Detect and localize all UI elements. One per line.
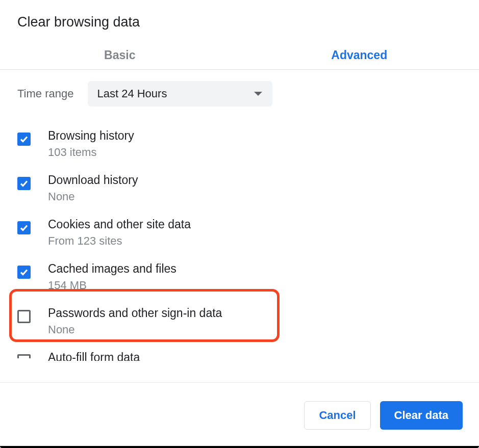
option-download-history: Download history None [17,166,462,210]
checkbox-browsing-history[interactable] [17,133,31,146]
checkbox-autofill[interactable] [17,354,31,358]
option-title: Cookies and other site data [48,218,191,231]
checkbox-cookies[interactable] [17,221,31,234]
option-title: Cached images and files [48,262,177,276]
tab-basic[interactable]: Basic [0,42,240,69]
time-range-select[interactable]: Last 24 Hours [88,81,272,107]
option-subtitle: None [48,190,138,203]
option-title: Download history [48,173,138,187]
dialog-footer: Cancel Clear data [0,382,479,448]
option-text: Download history None [48,173,138,203]
tab-advanced[interactable]: Advanced [240,42,480,69]
checkmark-icon [19,223,29,232]
time-range-row: Time range Last 24 Hours [0,70,479,107]
option-subtitle: From 123 sites [48,234,191,248]
option-title: Passwords and other sign-in data [48,306,222,320]
option-title: Auto-fill form data [48,351,140,361]
time-range-value: Last 24 Hours [97,87,167,100]
clear-data-button[interactable]: Clear data [380,401,463,430]
checkmark-icon [19,135,29,144]
tabs: Basic Advanced [0,42,479,70]
option-text: Cached images and files 154 MB [48,262,177,292]
option-text: Cookies and other site data From 123 sit… [48,218,191,248]
option-autofill: Auto-fill form data [17,344,462,361]
option-subtitle: 103 items [48,146,134,159]
bottom-shadow [0,446,479,448]
checkbox-cached[interactable] [17,266,31,279]
dialog-title: Clear browsing data [0,0,479,42]
option-cached: Cached images and files 154 MB [17,255,462,299]
option-browsing-history: Browsing history 103 items [17,122,462,166]
option-text: Auto-fill form data [48,351,140,361]
option-text: Passwords and other sign-in data None [48,306,222,336]
option-passwords: Passwords and other sign-in data None [17,299,462,344]
checkmark-icon [19,268,29,277]
option-subtitle: None [48,323,222,336]
time-range-label: Time range [17,87,73,100]
option-cookies: Cookies and other site data From 123 sit… [17,210,462,255]
checkbox-download-history[interactable] [17,177,31,190]
option-title: Browsing history [48,129,134,143]
option-text: Browsing history 103 items [48,129,134,159]
chevron-down-icon [254,92,262,96]
dialog-content: Time range Last 24 Hours Browsing histor… [0,70,479,382]
checkbox-passwords[interactable] [17,310,31,323]
checkmark-icon [19,179,29,188]
option-subtitle: 154 MB [48,279,177,292]
options-list: Browsing history 103 items Download hist… [0,107,479,361]
cancel-button[interactable]: Cancel [304,401,370,430]
clear-browsing-data-dialog: Clear browsing data Basic Advanced Time … [0,0,479,448]
